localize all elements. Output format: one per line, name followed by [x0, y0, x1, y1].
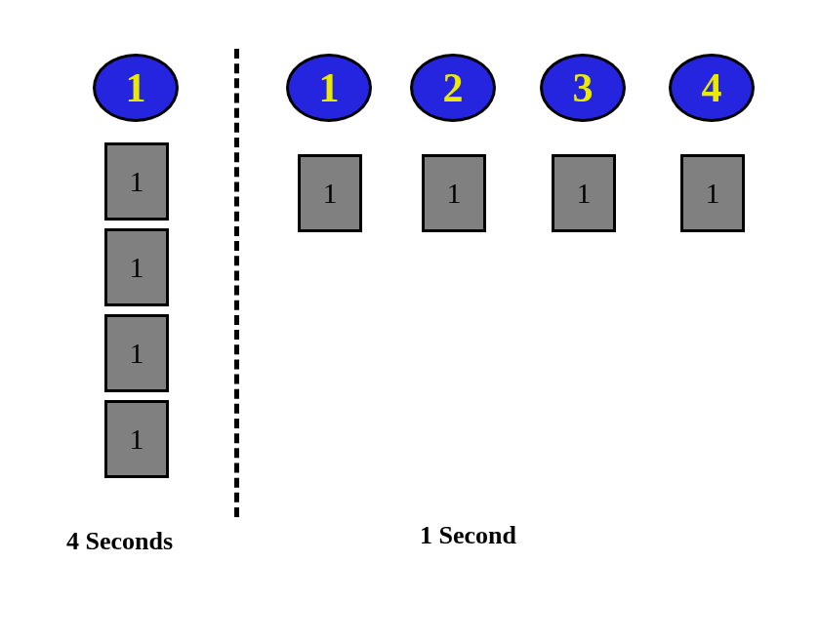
right-block-4: 1 [680, 154, 745, 232]
left-block-3-number: 1 [130, 337, 144, 370]
left-block-4-number: 1 [130, 423, 144, 456]
right-oval-2: 2 [410, 54, 496, 122]
right-oval-3-number: 3 [573, 64, 594, 111]
right-oval-4-number: 4 [702, 64, 722, 111]
left-block-2: 1 [104, 228, 169, 306]
right-block-1-number: 1 [323, 177, 338, 210]
right-block-1: 1 [298, 154, 362, 232]
right-time-label: 1 Second [420, 521, 516, 550]
left-block-1: 1 [104, 142, 169, 221]
right-oval-2-number: 2 [443, 64, 464, 111]
diagram-canvas: 1 1 1 1 1 4 Seconds 1 2 3 4 1 1 1 1 1 Se… [0, 0, 820, 644]
right-block-4-number: 1 [706, 177, 720, 210]
left-block-2-number: 1 [130, 251, 144, 284]
right-oval-1-number: 1 [319, 64, 340, 111]
left-block-3: 1 [104, 314, 169, 392]
right-oval-4: 4 [669, 54, 755, 122]
right-block-3-number: 1 [577, 177, 592, 210]
right-block-2: 1 [422, 154, 486, 232]
left-block-1-number: 1 [130, 165, 144, 198]
left-block-4: 1 [104, 400, 169, 478]
left-time-label: 4 Seconds [66, 527, 173, 556]
divider-line [234, 49, 239, 517]
left-oval-1-number: 1 [126, 64, 146, 111]
right-oval-3: 3 [540, 54, 626, 122]
right-block-2-number: 1 [447, 177, 462, 210]
right-block-3: 1 [552, 154, 616, 232]
right-oval-1: 1 [286, 54, 372, 122]
left-oval-1: 1 [93, 54, 179, 122]
